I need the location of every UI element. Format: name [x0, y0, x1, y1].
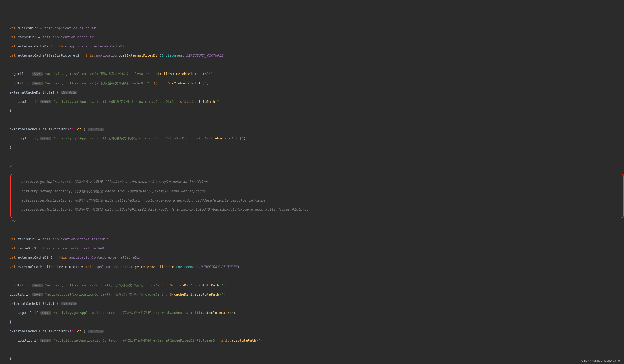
watermark: CSDN @ChinaDragonDreamer: [581, 359, 621, 363]
code-editor[interactable]: val mFilesDir2 = this.application.filesD…: [2, 21, 622, 364]
comment-line: activity.getApplication() 获取缓存文件路径 files…: [13, 180, 621, 184]
param-hint: text:: [32, 293, 43, 296]
blank-line: [3, 228, 622, 233]
highlight-box-1: activity.getApplication() 获取缓存文件路径 files…: [10, 173, 624, 218]
code-line: val externalCacheDir2 = this.application…: [3, 44, 622, 49]
blank-line: [3, 118, 622, 122]
lambda-hint: it: File: [87, 330, 104, 333]
code-line: LogUtil.i( text: "activity.getApplicatio…: [3, 338, 622, 343]
param-hint: text:: [32, 82, 43, 85]
param-hint: text:: [32, 73, 43, 76]
code-line: val mFilesDir2 = this.application.filesD…: [3, 26, 622, 31]
param-hint: text:: [32, 284, 43, 287]
code-line: }: [3, 320, 622, 324]
code-line: val externalCacheFilesDirPictures2 = thi…: [3, 53, 622, 58]
code-line: externalCacheFilesDirPictures3?.let { it…: [3, 329, 622, 334]
comment-open: /*: [3, 164, 622, 169]
code-line: LogUtil.i( text: "activity.getApplicatio…: [3, 136, 622, 141]
code-line: val externalCacheFilesDirPictures3 = thi…: [3, 265, 622, 269]
param-hint: text:: [40, 100, 51, 103]
param-hint: text:: [40, 311, 51, 315]
comment-close: */: [3, 219, 622, 223]
blank-line: [3, 347, 622, 352]
comment-line: activity.getApplication() 获取缓存文件路径 exter…: [13, 207, 621, 212]
lambda-hint: it: File: [61, 302, 77, 305]
blank-line: [3, 155, 622, 159]
code-line: }: [3, 145, 622, 150]
code-line: externalCacheDir3?.let { it: File: [3, 301, 622, 306]
code-line: externalCacheFilesDirPictures2?.let { it…: [3, 127, 622, 132]
comment-line: activity.getApplication() 获取缓存文件路径 cache…: [13, 189, 621, 194]
blank-line: [3, 63, 622, 67]
code-line: LogUtil.i( text: "activity.getApplicatio…: [3, 81, 622, 86]
comment-line: activity.getApplication() 获取缓存文件路径 exter…: [13, 198, 621, 203]
code-line: externalCacheDir2?.let { it: File: [3, 90, 622, 95]
code-line: LogUtil.i( text: "activity.getApplicatio…: [3, 311, 622, 315]
lambda-hint: it: File: [61, 91, 77, 94]
code-line: val externalCacheDir3 = this.application…: [3, 255, 622, 260]
code-line: val cacheDir2 = this.application.cacheDi…: [3, 35, 622, 40]
code-line: }: [3, 357, 622, 362]
code-line: }: [3, 109, 622, 113]
param-hint: text:: [40, 339, 51, 342]
param-hint: text:: [40, 137, 51, 140]
code-line: val cacheDir3 = this.applicationContext.…: [3, 246, 622, 251]
blank-line: [3, 274, 622, 279]
code-line: LogUtil.i( text: "activity.getApplicatio…: [3, 283, 622, 288]
lambda-hint: it: File: [87, 128, 104, 131]
code-line: LogUtil.i( text: "activity.getApplicatio…: [3, 292, 622, 297]
code-line: val filesDir3 = this.applicationContext.…: [3, 237, 622, 242]
code-line: LogUtil.i( text: "activity.getApplicatio…: [3, 99, 622, 104]
code-line: LogUtil.i( text: "activity.getApplicatio…: [3, 72, 622, 76]
